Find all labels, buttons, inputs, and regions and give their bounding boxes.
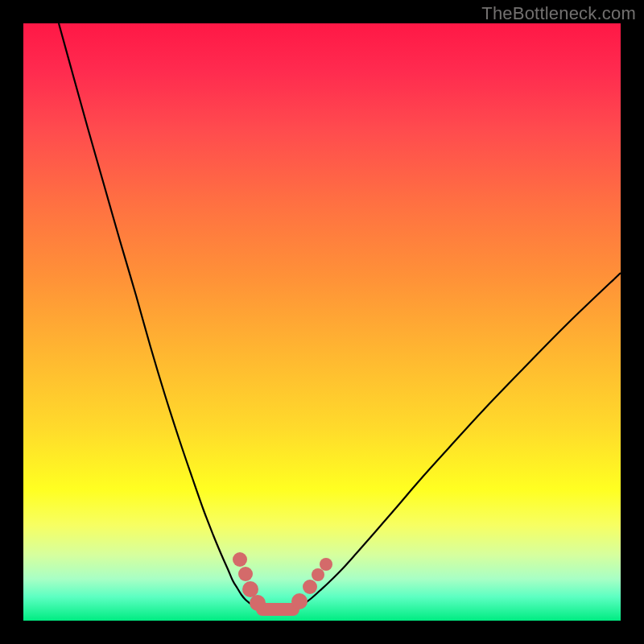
bottleneck-curve (23, 23, 621, 621)
chart-area (23, 23, 621, 621)
marker-dot (320, 558, 332, 571)
marker-dot (242, 581, 258, 597)
marker-dot (291, 593, 308, 609)
marker-dot (303, 580, 317, 594)
curve-right (293, 273, 621, 609)
marker-dot (312, 568, 324, 581)
watermark-text: TheBottleneck.com (481, 3, 636, 24)
marker-dot (233, 552, 247, 567)
curve-left (59, 23, 262, 609)
marker-dot (238, 567, 253, 581)
marker-dot (250, 595, 266, 611)
